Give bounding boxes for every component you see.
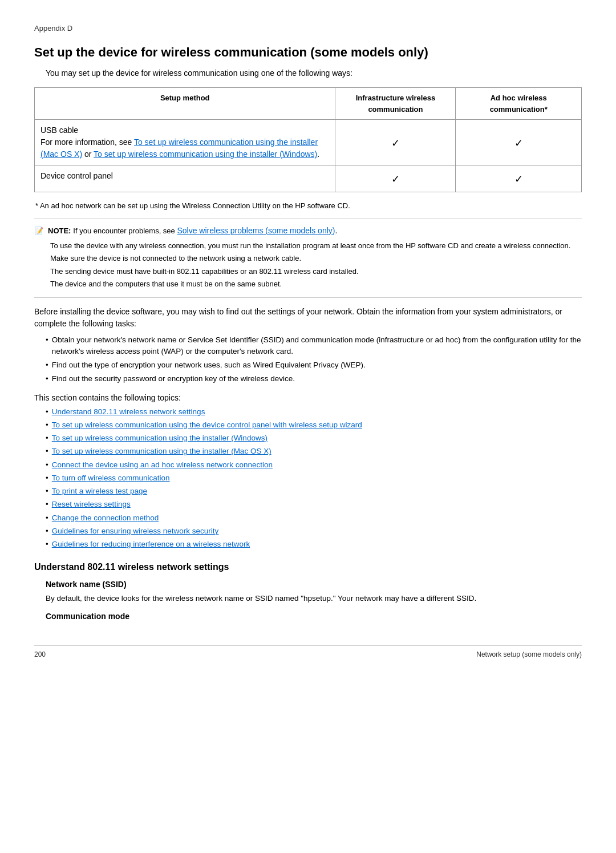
bullet-item: Obtain your network's network name or Se… bbox=[46, 334, 582, 358]
usb-adhoc-check: ✓ bbox=[456, 120, 582, 165]
section2-heading: Understand 802.11 wireless network setti… bbox=[34, 560, 582, 574]
topics-list: Understand 802.11 wireless network setti… bbox=[46, 406, 582, 551]
body-bullets: Obtain your network's network name or Se… bbox=[46, 334, 582, 385]
topics-label: This section contains the following topi… bbox=[34, 392, 582, 404]
note-link[interactable]: Solve wireless problems (some models onl… bbox=[177, 226, 335, 235]
topic-link-1[interactable]: To set up wireless communication using t… bbox=[52, 419, 362, 431]
bullet-item: Find out the type of encryption your net… bbox=[46, 359, 582, 371]
col-header-method: Setup method bbox=[35, 88, 335, 120]
topic-link-2[interactable]: To set up wireless communication using t… bbox=[52, 432, 268, 444]
setup-table: Setup method Infrastructure wireless com… bbox=[34, 87, 582, 192]
footer-bar: 200 Network setup (some models only) bbox=[34, 645, 582, 660]
bullet-item: Find out the security password or encryp… bbox=[46, 373, 582, 385]
usb-infra-check: ✓ bbox=[335, 120, 456, 165]
footer-page: 200 bbox=[34, 649, 46, 660]
intro-text: You may set up the device for wireless c… bbox=[46, 67, 582, 79]
note-box: 📝 NOTE: If you encounter problems, see S… bbox=[34, 219, 582, 298]
panel-infra-check: ✓ bbox=[335, 165, 456, 192]
list-item: Guidelines for ensuring wireless network… bbox=[46, 525, 582, 537]
note-label: NOTE: bbox=[48, 227, 71, 235]
note-intro: If you encounter problems, see bbox=[73, 227, 177, 235]
note-line-3: The sending device must have built-in 80… bbox=[50, 266, 582, 277]
note-line-4: The device and the computers that use it… bbox=[50, 278, 582, 290]
body-para1: Before installing the device software, y… bbox=[34, 306, 582, 330]
topic-link-4[interactable]: Connect the device using an ad hoc wirel… bbox=[52, 459, 273, 471]
sub-heading-ssid: Network name (SSID) bbox=[46, 579, 582, 591]
list-item: Reset wireless settings bbox=[46, 499, 582, 510]
list-item: Change the connection method bbox=[46, 512, 582, 524]
table-row: USB cable For more information, see To s… bbox=[35, 120, 582, 165]
panel-adhoc-check: ✓ bbox=[456, 165, 582, 192]
footnote: * An ad hoc network can be set up using … bbox=[35, 200, 582, 212]
note-line-1: To use the device with any wireless conn… bbox=[50, 240, 582, 252]
body-section: Before installing the device software, y… bbox=[34, 306, 582, 385]
note-icon: 📝 bbox=[34, 225, 43, 237]
topic-link-10[interactable]: Guidelines for reducing interference on … bbox=[52, 539, 250, 550]
method-cell-panel: Device control panel bbox=[35, 165, 335, 192]
col-header-infra: Infrastructure wireless communication bbox=[335, 88, 456, 120]
list-item: To print a wireless test page bbox=[46, 486, 582, 497]
sub-content-ssid: By default, the device looks for the wir… bbox=[46, 593, 582, 604]
note-line-2: Make sure the device is not connected to… bbox=[50, 253, 582, 264]
list-item: Connect the device using an ad hoc wirel… bbox=[46, 459, 582, 471]
list-item: To set up wireless communication using t… bbox=[46, 446, 582, 457]
list-item: Guidelines for reducing interference on … bbox=[46, 539, 582, 550]
list-item: To set up wireless communication using t… bbox=[46, 432, 582, 444]
topic-link-7[interactable]: Reset wireless settings bbox=[52, 499, 131, 510]
list-item: To set up wireless communication using t… bbox=[46, 419, 582, 431]
page-title: Set up the device for wireless communica… bbox=[34, 45, 582, 61]
list-item: To turn off wireless communication bbox=[46, 472, 582, 484]
sub-heading-commmode: Communication mode bbox=[46, 611, 582, 622]
col-header-adhoc: Ad hoc wireless communication* bbox=[456, 88, 582, 120]
topic-link-0[interactable]: Understand 802.11 wireless network setti… bbox=[52, 406, 205, 418]
topic-link-8[interactable]: Change the connection method bbox=[52, 512, 159, 524]
usb-info: For more information, see bbox=[40, 138, 134, 147]
topic-link-9[interactable]: Guidelines for ensuring wireless network… bbox=[52, 525, 219, 537]
appendix-label: Appendix D bbox=[34, 23, 582, 34]
note-lines: To use the device with any wireless conn… bbox=[50, 240, 582, 290]
topic-link-3[interactable]: To set up wireless communication using t… bbox=[52, 446, 271, 457]
footer-label: Network setup (some models only) bbox=[476, 649, 582, 660]
link-win-installer[interactable]: To set up wireless communication using t… bbox=[94, 149, 317, 159]
topic-link-5[interactable]: To turn off wireless communication bbox=[52, 472, 170, 484]
table-row: Device control panel ✓ ✓ bbox=[35, 165, 582, 192]
usb-label: USB cable bbox=[40, 126, 78, 135]
method-cell-usb: USB cable For more information, see To s… bbox=[35, 120, 335, 165]
topic-link-6[interactable]: To print a wireless test page bbox=[52, 486, 147, 497]
list-item: Understand 802.11 wireless network setti… bbox=[46, 406, 582, 418]
